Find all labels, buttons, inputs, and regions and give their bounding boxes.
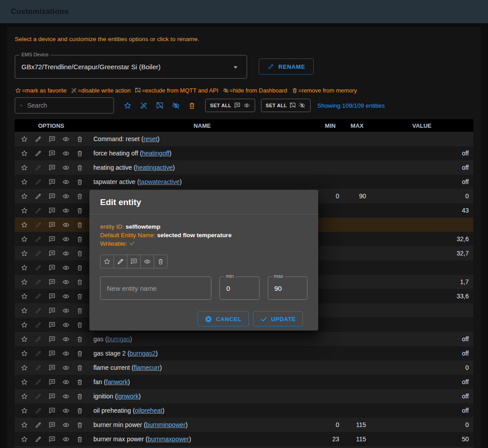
trash-icon-button[interactable] [74, 377, 85, 387]
entity-id-link[interactable]: burnmaxpower [147, 435, 189, 443]
eye-icon-button[interactable] [60, 176, 71, 187]
star-icon-button[interactable] [19, 248, 29, 259]
update-button[interactable]: UPDATE [253, 311, 303, 327]
star-icon-button[interactable] [19, 191, 29, 201]
star-icon-button[interactable] [19, 176, 29, 187]
comment-icon-button[interactable] [46, 219, 57, 230]
edit-icon-button[interactable] [33, 262, 43, 273]
comment-icon-button[interactable] [46, 305, 57, 316]
eye-off-filter-button[interactable] [168, 98, 183, 113]
star-icon-button[interactable] [19, 148, 29, 159]
comment-icon-button[interactable] [46, 134, 57, 144]
entity-id-link[interactable]: burngas2 [130, 350, 156, 357]
comment-icon-button[interactable] [46, 234, 57, 244]
comment-icon-button[interactable] [46, 162, 57, 173]
new-entity-name-input[interactable] [106, 284, 206, 293]
comment-icon-button[interactable] [46, 391, 57, 402]
comment-icon-button[interactable] [46, 377, 57, 387]
entity-id-link[interactable]: tapwateractive [139, 178, 180, 185]
star-icon-button[interactable] [19, 291, 29, 301]
edit-icon-button[interactable] [33, 419, 43, 430]
eye-icon-button[interactable] [60, 262, 71, 273]
trash-icon-button[interactable] [74, 334, 85, 344]
edit-icon-button[interactable] [33, 334, 43, 344]
trash-icon-button[interactable] [74, 391, 85, 402]
star-filter-button[interactable] [120, 98, 135, 113]
trash-icon-button[interactable] [74, 276, 85, 287]
edit-icon-button[interactable] [33, 234, 43, 244]
star-icon-button[interactable] [19, 262, 29, 273]
new-entity-name-field[interactable] [100, 276, 211, 300]
trash-icon-button[interactable] [74, 248, 85, 259]
eye-icon-button[interactable] [60, 205, 71, 216]
eye-icon-button[interactable] [60, 348, 71, 359]
trash-icon-button[interactable] [74, 319, 85, 330]
star-icon-button[interactable] [19, 234, 29, 244]
trash-icon-button[interactable] [74, 134, 85, 144]
comment-icon-button[interactable] [46, 348, 57, 359]
entity-id-link[interactable]: burngas [107, 335, 130, 343]
star-icon-button[interactable] [19, 419, 29, 430]
edit-icon-button[interactable] [33, 348, 43, 359]
eye-icon-button[interactable] [60, 191, 71, 201]
eye-toggle[interactable] [140, 255, 154, 268]
trash-icon-button[interactable] [74, 205, 85, 216]
eye-icon-button[interactable] [60, 276, 71, 287]
rename-button[interactable]: RENAME [259, 59, 314, 75]
trash-icon-button[interactable] [74, 405, 85, 416]
comment-icon-button[interactable] [46, 176, 57, 187]
eye-icon-button[interactable] [60, 148, 71, 159]
entity-id-link[interactable]: heatingactive [136, 164, 173, 171]
star-icon-button[interactable] [19, 391, 29, 402]
comment-icon-button[interactable] [46, 319, 57, 330]
trash-filter-button[interactable] [185, 98, 199, 113]
edit-icon-button[interactable] [33, 276, 43, 287]
eye-icon-button[interactable] [60, 248, 71, 259]
trash-icon-button[interactable] [74, 348, 85, 359]
star-icon-button[interactable] [19, 305, 29, 316]
comment-icon-button[interactable] [46, 191, 57, 201]
edit-icon-button[interactable] [33, 362, 43, 373]
star-icon-button[interactable] [19, 348, 29, 359]
edit-icon-button[interactable] [33, 391, 43, 402]
star-icon-button[interactable] [19, 205, 29, 216]
entity-id-link[interactable]: oilpreheat [135, 407, 163, 414]
edit-icon-button[interactable] [33, 305, 43, 316]
trash-toggle[interactable] [154, 255, 168, 268]
eye-icon-button[interactable] [60, 219, 71, 230]
search-box[interactable] [15, 97, 114, 113]
trash-icon-button[interactable] [74, 305, 85, 316]
entity-id-link[interactable]: burnminpower [146, 421, 186, 428]
trash-icon-button[interactable] [74, 434, 85, 444]
star-icon-button[interactable] [19, 219, 29, 230]
edit-icon-button[interactable] [33, 148, 43, 159]
comment-icon-button[interactable] [46, 334, 57, 344]
edit-icon-button[interactable] [33, 248, 43, 259]
edit-icon-button[interactable] [33, 134, 43, 144]
comment-off-filter-button[interactable] [152, 98, 167, 113]
eye-icon-button[interactable] [60, 319, 71, 330]
star-icon-button[interactable] [19, 319, 29, 330]
edit-icon-button[interactable] [33, 162, 43, 173]
max-field[interactable]: max [268, 276, 307, 300]
min-input[interactable] [225, 284, 253, 293]
eye-icon-button[interactable] [60, 362, 71, 373]
comment-icon-button[interactable] [46, 262, 57, 273]
edit-icon-button[interactable] [33, 405, 43, 416]
set-all-button-1[interactable]: SET ALL [205, 99, 255, 112]
entity-id-link[interactable]: flamecurr [134, 364, 160, 371]
set-all-button-2[interactable]: SET ALL [261, 99, 311, 112]
edit-icon-button[interactable] [33, 205, 43, 216]
eye-icon-button[interactable] [60, 434, 71, 444]
trash-icon-button[interactable] [74, 176, 85, 187]
search-input[interactable] [26, 101, 109, 109]
trash-icon-button[interactable] [74, 262, 85, 273]
star-icon-button[interactable] [19, 434, 29, 444]
entity-id-link[interactable]: heatingoff [142, 150, 169, 157]
star-icon-button[interactable] [19, 377, 29, 387]
edit-icon-button[interactable] [33, 219, 43, 230]
star-icon-button[interactable] [19, 134, 29, 144]
trash-icon-button[interactable] [74, 362, 85, 373]
edit-icon-button[interactable] [33, 176, 43, 187]
max-input[interactable] [273, 284, 302, 293]
